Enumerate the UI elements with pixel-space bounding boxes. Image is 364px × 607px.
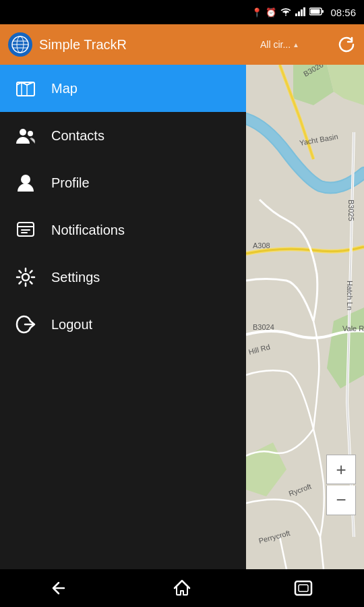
location-pin-icon: 📍 xyxy=(251,7,262,18)
svg-point-22 xyxy=(22,274,29,281)
sidebar-item-contacts[interactable]: Contacts xyxy=(0,112,246,159)
sidebar-item-notifications[interactable]: Notifications xyxy=(0,206,246,254)
zoom-controls: + − xyxy=(326,455,356,515)
svg-point-16 xyxy=(28,131,33,136)
toolbar: Simple TrackR All cir... xyxy=(0,24,364,65)
notifications-label: Notifications xyxy=(51,223,125,238)
navigation-drawer: Map Contacts Pr xyxy=(0,65,246,569)
svg-text:A308: A308 xyxy=(253,241,270,250)
map-area[interactable]: B3026 A308 B3025 Vale Rd B3024 Yacht Bas… xyxy=(246,65,364,569)
logout-label: Logout xyxy=(51,317,92,333)
svg-rect-20 xyxy=(21,229,30,231)
map-label: Map xyxy=(51,81,78,96)
zoom-in-button[interactable]: + xyxy=(326,455,356,484)
svg-text:Vale Rd: Vale Rd xyxy=(342,324,364,333)
svg-rect-5 xyxy=(311,9,320,13)
expand-collapse-button[interactable] xyxy=(306,35,325,54)
notifications-icon xyxy=(13,218,38,242)
svg-rect-2 xyxy=(301,9,303,16)
contacts-label: Contacts xyxy=(51,128,104,144)
sidebar-item-profile[interactable]: Profile xyxy=(0,159,246,206)
svg-rect-21 xyxy=(21,232,28,233)
settings-label: Settings xyxy=(51,270,100,285)
home-button[interactable] xyxy=(162,575,202,602)
bottom-nav-bar xyxy=(0,569,364,607)
signal-icon xyxy=(295,7,306,18)
main-content: Map Contacts Pr xyxy=(0,65,364,569)
status-time: 08:56 xyxy=(330,7,356,18)
sidebar-item-settings[interactable]: Settings xyxy=(0,254,246,301)
profile-label: Profile xyxy=(51,175,90,191)
svg-rect-6 xyxy=(322,10,324,13)
logout-icon xyxy=(13,312,38,337)
sidebar-item-map[interactable]: Map xyxy=(0,65,246,112)
contacts-icon xyxy=(13,123,38,148)
svg-point-15 xyxy=(20,129,26,136)
svg-text:B3024: B3024 xyxy=(253,323,274,331)
refresh-button[interactable] xyxy=(337,35,356,54)
status-icons: 📍 ⏰ xyxy=(251,7,356,18)
svg-rect-38 xyxy=(295,581,311,595)
app-title: Simple TrackR xyxy=(39,37,253,53)
profile-icon xyxy=(13,171,38,195)
settings-icon xyxy=(13,265,38,289)
globe-icon xyxy=(8,32,32,57)
recents-button[interactable] xyxy=(283,575,324,602)
alarm-icon: ⏰ xyxy=(266,7,276,18)
toolbar-actions xyxy=(306,35,356,54)
svg-text:Hatch Ln: Hatch Ln xyxy=(346,281,354,310)
svg-rect-1 xyxy=(298,11,300,16)
back-button[interactable] xyxy=(40,575,81,602)
svg-rect-3 xyxy=(303,7,305,16)
zoom-out-button[interactable]: − xyxy=(326,486,356,515)
svg-point-17 xyxy=(21,175,30,184)
toolbar-subtitle[interactable]: All cir... xyxy=(260,39,299,50)
svg-rect-39 xyxy=(299,585,308,591)
sidebar-item-logout[interactable]: Logout xyxy=(0,301,246,348)
map-icon xyxy=(13,76,38,100)
svg-rect-0 xyxy=(295,13,297,16)
wifi-icon xyxy=(280,7,292,18)
status-bar: 📍 ⏰ xyxy=(0,0,364,24)
battery-icon xyxy=(309,7,324,18)
svg-text:B3025: B3025 xyxy=(347,200,355,221)
